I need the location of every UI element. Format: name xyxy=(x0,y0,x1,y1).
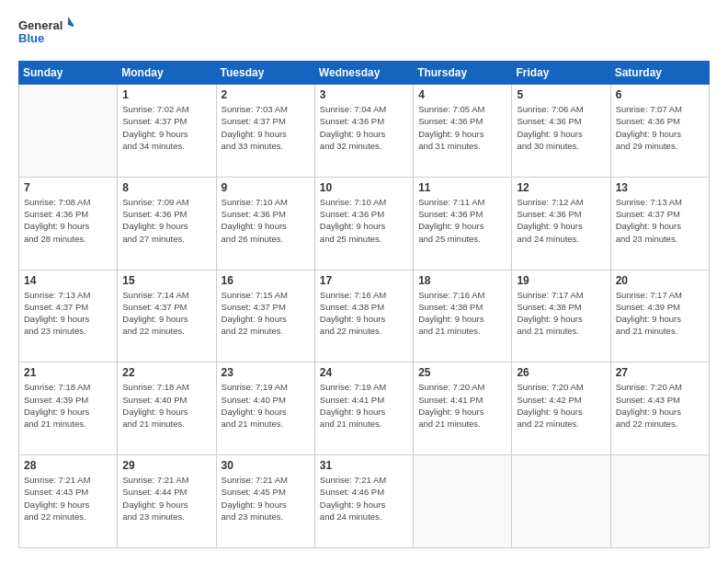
header-cell-sunday: Sunday xyxy=(19,62,118,85)
day-number: 14 xyxy=(24,274,112,287)
logo: General Blue xyxy=(18,15,74,52)
day-info: Sunrise: 7:07 AMSunset: 4:36 PMDaylight:… xyxy=(616,103,704,152)
day-cell: 2Sunrise: 7:03 AMSunset: 4:37 PMDaylight… xyxy=(216,85,314,178)
day-cell: 15Sunrise: 7:14 AMSunset: 4:37 PMDayligh… xyxy=(118,270,216,362)
day-info: Sunrise: 7:20 AMSunset: 4:41 PMDaylight:… xyxy=(418,381,506,430)
day-number: 30 xyxy=(222,459,310,472)
header-cell-saturday: Saturday xyxy=(610,62,709,85)
day-cell xyxy=(414,455,512,548)
svg-text:Blue: Blue xyxy=(18,31,44,45)
day-cell: 6Sunrise: 7:07 AMSunset: 4:36 PMDaylight… xyxy=(610,85,709,178)
day-number: 22 xyxy=(122,366,210,379)
day-number: 3 xyxy=(320,88,408,101)
day-number: 9 xyxy=(222,181,310,194)
logo-svg: General Blue xyxy=(18,15,74,52)
day-cell: 9Sunrise: 7:10 AMSunset: 4:36 PMDaylight… xyxy=(216,177,314,270)
day-info: Sunrise: 7:17 AMSunset: 4:39 PMDaylight:… xyxy=(616,289,704,338)
svg-marker-2 xyxy=(68,17,74,28)
day-number: 8 xyxy=(122,181,210,194)
day-number: 6 xyxy=(616,88,704,101)
day-info: Sunrise: 7:02 AMSunset: 4:37 PMDaylight:… xyxy=(122,103,210,152)
header-cell-thursday: Thursday xyxy=(414,62,512,85)
day-number: 5 xyxy=(517,88,605,101)
day-info: Sunrise: 7:06 AMSunset: 4:36 PMDaylight:… xyxy=(517,103,605,152)
day-cell: 31Sunrise: 7:21 AMSunset: 4:46 PMDayligh… xyxy=(314,455,413,548)
day-cell xyxy=(19,85,118,178)
day-number: 7 xyxy=(24,181,112,194)
day-info: Sunrise: 7:18 AMSunset: 4:39 PMDaylight:… xyxy=(24,381,112,430)
day-cell: 13Sunrise: 7:13 AMSunset: 4:37 PMDayligh… xyxy=(610,177,709,270)
week-row-4: 21Sunrise: 7:18 AMSunset: 4:39 PMDayligh… xyxy=(19,362,710,455)
day-number: 29 xyxy=(122,459,210,472)
header-cell-tuesday: Tuesday xyxy=(216,62,314,85)
day-number: 19 xyxy=(517,274,605,287)
day-number: 2 xyxy=(222,88,310,101)
day-info: Sunrise: 7:16 AMSunset: 4:38 PMDaylight:… xyxy=(320,289,408,338)
day-info: Sunrise: 7:10 AMSunset: 4:36 PMDaylight:… xyxy=(222,196,310,245)
day-cell: 20Sunrise: 7:17 AMSunset: 4:39 PMDayligh… xyxy=(610,270,709,362)
day-info: Sunrise: 7:21 AMSunset: 4:43 PMDaylight:… xyxy=(24,474,112,523)
day-info: Sunrise: 7:21 AMSunset: 4:46 PMDaylight:… xyxy=(320,474,408,523)
day-info: Sunrise: 7:13 AMSunset: 4:37 PMDaylight:… xyxy=(616,196,704,245)
day-cell: 3Sunrise: 7:04 AMSunset: 4:36 PMDaylight… xyxy=(314,85,413,178)
day-number: 16 xyxy=(222,274,310,287)
day-info: Sunrise: 7:04 AMSunset: 4:36 PMDaylight:… xyxy=(320,103,408,152)
header-cell-wednesday: Wednesday xyxy=(314,62,413,85)
day-number: 26 xyxy=(517,366,605,379)
week-row-2: 7Sunrise: 7:08 AMSunset: 4:36 PMDaylight… xyxy=(19,177,710,270)
day-info: Sunrise: 7:13 AMSunset: 4:37 PMDaylight:… xyxy=(24,289,112,338)
day-number: 17 xyxy=(320,274,408,287)
week-row-3: 14Sunrise: 7:13 AMSunset: 4:37 PMDayligh… xyxy=(19,270,710,362)
day-info: Sunrise: 7:17 AMSunset: 4:38 PMDaylight:… xyxy=(517,289,605,338)
day-info: Sunrise: 7:21 AMSunset: 4:45 PMDaylight:… xyxy=(222,474,310,523)
day-info: Sunrise: 7:18 AMSunset: 4:40 PMDaylight:… xyxy=(122,381,210,430)
day-number: 20 xyxy=(616,274,704,287)
day-info: Sunrise: 7:21 AMSunset: 4:44 PMDaylight:… xyxy=(122,474,210,523)
day-number: 23 xyxy=(222,366,310,379)
day-cell: 10Sunrise: 7:10 AMSunset: 4:36 PMDayligh… xyxy=(314,177,413,270)
day-number: 13 xyxy=(616,181,704,194)
day-cell: 24Sunrise: 7:19 AMSunset: 4:41 PMDayligh… xyxy=(314,362,413,455)
day-number: 18 xyxy=(418,274,506,287)
day-info: Sunrise: 7:05 AMSunset: 4:36 PMDaylight:… xyxy=(418,103,506,152)
day-info: Sunrise: 7:20 AMSunset: 4:42 PMDaylight:… xyxy=(517,381,605,430)
day-cell: 17Sunrise: 7:16 AMSunset: 4:38 PMDayligh… xyxy=(314,270,413,362)
day-cell: 23Sunrise: 7:19 AMSunset: 4:40 PMDayligh… xyxy=(216,362,314,455)
day-number: 27 xyxy=(616,366,704,379)
day-number: 10 xyxy=(320,181,408,194)
day-cell: 4Sunrise: 7:05 AMSunset: 4:36 PMDaylight… xyxy=(414,85,512,178)
day-cell: 12Sunrise: 7:12 AMSunset: 4:36 PMDayligh… xyxy=(512,177,610,270)
day-cell xyxy=(610,455,709,548)
day-info: Sunrise: 7:10 AMSunset: 4:36 PMDaylight:… xyxy=(320,196,408,245)
day-cell: 29Sunrise: 7:21 AMSunset: 4:44 PMDayligh… xyxy=(118,455,216,548)
day-number: 25 xyxy=(418,366,506,379)
day-info: Sunrise: 7:19 AMSunset: 4:41 PMDaylight:… xyxy=(320,381,408,430)
day-cell: 30Sunrise: 7:21 AMSunset: 4:45 PMDayligh… xyxy=(216,455,314,548)
day-cell: 26Sunrise: 7:20 AMSunset: 4:42 PMDayligh… xyxy=(512,362,610,455)
day-number: 11 xyxy=(418,181,506,194)
day-number: 1 xyxy=(122,88,210,101)
day-cell: 25Sunrise: 7:20 AMSunset: 4:41 PMDayligh… xyxy=(414,362,512,455)
svg-text:General: General xyxy=(18,18,63,32)
day-info: Sunrise: 7:12 AMSunset: 4:36 PMDaylight:… xyxy=(517,196,605,245)
day-number: 24 xyxy=(320,366,408,379)
day-number: 28 xyxy=(24,459,112,472)
day-cell: 14Sunrise: 7:13 AMSunset: 4:37 PMDayligh… xyxy=(19,270,118,362)
day-number: 21 xyxy=(24,366,112,379)
day-cell: 1Sunrise: 7:02 AMSunset: 4:37 PMDaylight… xyxy=(118,85,216,178)
day-info: Sunrise: 7:03 AMSunset: 4:37 PMDaylight:… xyxy=(222,103,310,152)
day-info: Sunrise: 7:08 AMSunset: 4:36 PMDaylight:… xyxy=(24,196,112,245)
day-info: Sunrise: 7:19 AMSunset: 4:40 PMDaylight:… xyxy=(222,381,310,430)
day-cell: 28Sunrise: 7:21 AMSunset: 4:43 PMDayligh… xyxy=(19,455,118,548)
day-info: Sunrise: 7:14 AMSunset: 4:37 PMDaylight:… xyxy=(122,289,210,338)
day-info: Sunrise: 7:11 AMSunset: 4:36 PMDaylight:… xyxy=(418,196,506,245)
day-info: Sunrise: 7:16 AMSunset: 4:38 PMDaylight:… xyxy=(418,289,506,338)
calendar-table: SundayMondayTuesdayWednesdayThursdayFrid… xyxy=(18,61,710,548)
day-cell xyxy=(512,455,610,548)
day-number: 31 xyxy=(320,459,408,472)
header-row: SundayMondayTuesdayWednesdayThursdayFrid… xyxy=(19,62,710,85)
day-cell: 22Sunrise: 7:18 AMSunset: 4:40 PMDayligh… xyxy=(118,362,216,455)
day-cell: 19Sunrise: 7:17 AMSunset: 4:38 PMDayligh… xyxy=(512,270,610,362)
day-info: Sunrise: 7:09 AMSunset: 4:36 PMDaylight:… xyxy=(122,196,210,245)
header-cell-monday: Monday xyxy=(118,62,216,85)
